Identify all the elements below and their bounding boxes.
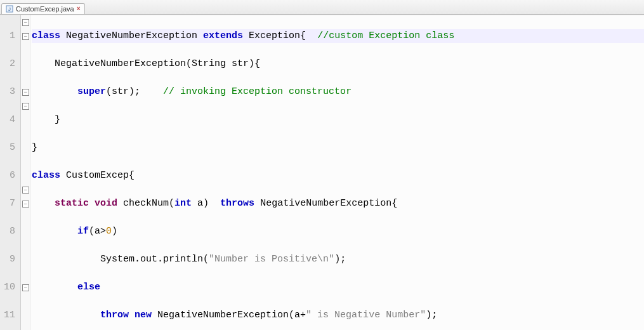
code-line: else — [32, 280, 644, 294]
line-number: 1 — [4, 29, 15, 43]
code-line: static void checkNum(int a) throws Negat… — [32, 197, 644, 211]
code-line: if(a>0) — [32, 225, 644, 239]
code-line: NegativeNumberException(String str){ — [32, 57, 644, 71]
code-line: } — [32, 141, 644, 155]
line-number: 2 — [4, 57, 15, 71]
line-number: 6 — [4, 169, 15, 183]
line-number: 5 — [4, 141, 15, 155]
code-editor[interactable]: class NegativeNumberException extends Ex… — [30, 15, 644, 330]
code-line: } — [32, 113, 644, 127]
line-number: 9 — [4, 253, 15, 267]
code-line: throw new NegativeNumberException(a+" is… — [32, 308, 644, 322]
line-number: 4 — [4, 113, 15, 127]
fold-column: − − − − − − − — [21, 15, 30, 330]
editor-area: 1 2 3 4 5 6 7 8 9 10 11 12 13 14 15 16 1… — [0, 15, 644, 330]
line-number: 7 — [4, 197, 15, 211]
line-number: 8 — [4, 225, 15, 239]
line-number-gutter: 1 2 3 4 5 6 7 8 9 10 11 12 13 14 15 16 1… — [0, 15, 21, 330]
file-tab[interactable]: J CustomExcep.java × — [1, 3, 85, 14]
fold-marker[interactable]: − — [21, 15, 30, 29]
fold-marker[interactable]: − — [21, 29, 30, 43]
line-number: 3 — [4, 85, 15, 99]
code-line: System.out.println("Number is Positive\n… — [32, 253, 644, 267]
fold-marker[interactable]: − — [21, 197, 30, 211]
fold-marker[interactable]: − — [21, 85, 30, 99]
code-line: class NegativeNumberException extends Ex… — [32, 29, 644, 43]
java-file-icon: J — [6, 5, 13, 13]
tab-filename: CustomExcep.java — [16, 5, 74, 13]
fold-marker[interactable]: − — [21, 280, 30, 294]
fold-marker[interactable]: − — [21, 183, 30, 197]
line-number: 10 — [4, 280, 15, 294]
close-icon[interactable]: × — [77, 6, 81, 12]
line-number: 11 — [4, 308, 15, 322]
tab-bar: J CustomExcep.java × — [0, 0, 644, 15]
code-line: class CustomExcep{ — [32, 169, 644, 183]
code-line: super(str); // invoking Exception constr… — [32, 85, 644, 99]
fold-marker[interactable]: − — [21, 99, 30, 113]
svg-text:J: J — [8, 6, 11, 12]
